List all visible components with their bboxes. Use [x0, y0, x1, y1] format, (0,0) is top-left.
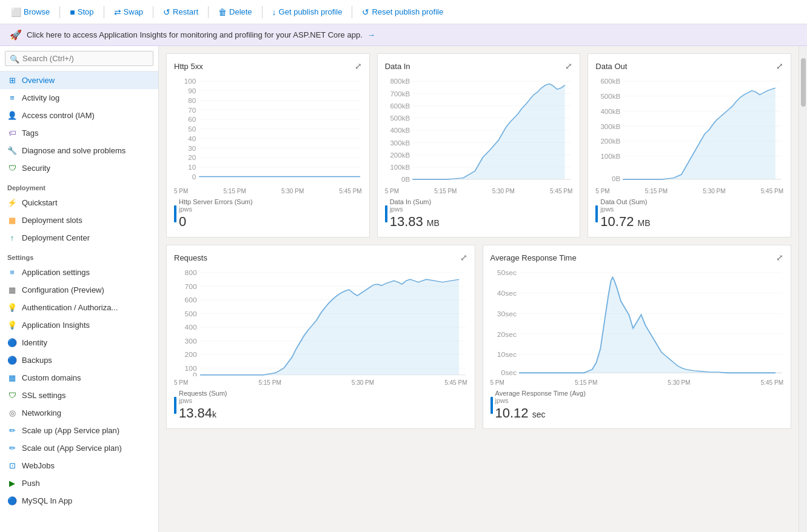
- security-icon: 🛡: [7, 164, 17, 173]
- svg-marker-88: [519, 278, 775, 373]
- deployment-slots-icon: ▦: [7, 216, 17, 225]
- sidebar-item-label: Diagnose and solve problems: [22, 146, 126, 155]
- sidebar-item-deployment-center[interactable]: ↑ Deployment Center: [0, 229, 158, 247]
- svg-text:70: 70: [188, 107, 196, 113]
- sidebar-item-push[interactable]: ▶ Push: [0, 474, 158, 492]
- legend-label: Data In (Sum): [390, 198, 440, 205]
- sidebar-item-security[interactable]: 🛡 Security: [0, 159, 158, 177]
- sidebar-item-overview[interactable]: ⊞ Overview: [0, 71, 158, 89]
- diagnose-icon: 🔧: [7, 146, 17, 155]
- reset-icon: ↺: [362, 7, 369, 17]
- chart-svg-requests: 800 700 600 500 400 300 200 100 0: [174, 267, 467, 376]
- sidebar-item-tags[interactable]: 🏷 Tags: [0, 124, 158, 142]
- sidebar-item-identity[interactable]: 🔵 Identity: [0, 334, 158, 351]
- svg-text:200kB: 200kB: [390, 152, 410, 159]
- sidebar-item-label: WebJobs: [22, 461, 55, 470]
- legend-sub: jpws: [600, 205, 650, 213]
- legend-sub: jpws: [179, 205, 253, 213]
- delete-button[interactable]: 🗑 Delete: [212, 5, 258, 19]
- sidebar-item-label: MySQL In App: [22, 496, 72, 505]
- time-labels: 5 PM5:15 PM5:30 PM5:45 PM: [595, 188, 783, 195]
- svg-text:600: 600: [184, 297, 196, 304]
- chart-requests: Requests ⤢ 800 700 600 500 400 300 200 1…: [166, 245, 475, 429]
- section-header-settings: Settings: [0, 247, 158, 264]
- sidebar-item-auth[interactable]: 💡 Authentication / Authoriza...: [0, 299, 158, 316]
- svg-text:0: 0: [192, 174, 196, 181]
- svg-text:80: 80: [188, 98, 196, 104]
- sidebar-item-label: Activity log: [22, 93, 59, 102]
- rocket-icon: 🚀: [10, 29, 22, 41]
- legend-label: Average Response Time (Avg): [495, 390, 586, 397]
- pin-icon-requests[interactable]: ⤢: [460, 253, 467, 262]
- legend-bar: [174, 397, 176, 414]
- pin-icon-avg-response[interactable]: ⤢: [776, 253, 783, 262]
- sidebar-item-scale-up[interactable]: ✏ Scale up (App Service plan): [0, 422, 158, 439]
- chart-legend: Http Server Errors (Sum) jpws 0: [174, 198, 362, 230]
- insights-banner[interactable]: 🚀 Click here to access Application Insig…: [0, 24, 807, 46]
- svg-text:300: 300: [184, 338, 196, 345]
- chart-data-in: Data In ⤢ 800kB 700kB 600kB 500kB 400kB …: [377, 53, 581, 238]
- sidebar-item-networking[interactable]: ◎ Networking: [0, 404, 158, 422]
- sidebar-item-label: Scale out (App Service plan): [22, 444, 122, 453]
- separator: [352, 6, 352, 18]
- legend-sub: jpws: [179, 397, 227, 404]
- sidebar-item-app-settings[interactable]: ≡ Application settings: [0, 264, 158, 281]
- charts-bottom-row: Requests ⤢ 800 700 600 500 400 300 200 1…: [166, 245, 791, 429]
- browse-button[interactable]: ⬜ Browse: [5, 5, 56, 19]
- download-icon: ↓: [272, 7, 276, 17]
- svg-text:400kB: 400kB: [601, 108, 621, 115]
- svg-text:20sec: 20sec: [497, 331, 517, 338]
- sidebar-item-label: Scale up (App Service plan): [22, 426, 119, 435]
- sidebar-item-ssl[interactable]: 🛡 SSL settings: [0, 387, 158, 404]
- section-header-deployment: Deployment: [0, 177, 158, 194]
- pin-icon-http5xx[interactable]: ⤢: [355, 61, 362, 71]
- legend-label: Http Server Errors (Sum): [179, 198, 253, 205]
- scrollbar-track[interactable]: [799, 46, 807, 532]
- browse-icon: ⬜: [11, 7, 21, 17]
- sidebar-content: ⊞ Overview ≡ Activity log 👤 Access contr…: [0, 71, 158, 532]
- separator: [208, 6, 209, 18]
- sidebar-item-iam[interactable]: 👤 Access control (IAM): [0, 107, 158, 124]
- svg-text:400: 400: [184, 324, 196, 331]
- stop-button[interactable]: ■ Stop: [64, 5, 99, 19]
- legend-label: Requests (Sum): [179, 390, 227, 397]
- pin-icon-data-out[interactable]: ⤢: [776, 61, 783, 71]
- sidebar-item-activity-log[interactable]: ≡ Activity log: [0, 89, 158, 107]
- sidebar-item-backups[interactable]: 🔵 Backups: [0, 351, 158, 369]
- stop-icon: ■: [70, 7, 75, 17]
- configuration-icon: ▦: [7, 285, 17, 294]
- sidebar-item-scale-out[interactable]: ✏ Scale out (App Service plan): [0, 439, 158, 457]
- scale-up-icon: ✏: [7, 426, 17, 435]
- content-area: Http 5xx ⤢ 100 90 80 70 60 50 40 30 20 1…: [159, 46, 799, 532]
- restart-button[interactable]: ↺ Restart: [157, 5, 204, 19]
- sidebar-item-app-insights[interactable]: 💡 Application Insights: [0, 316, 158, 334]
- svg-text:800: 800: [184, 270, 196, 276]
- chart-title-http5xx: Http 5xx: [174, 62, 203, 71]
- scrollbar-thumb[interactable]: [801, 58, 806, 107]
- get-publish-button[interactable]: ↓ Get publish profile: [266, 5, 349, 19]
- sidebar-item-custom-domains[interactable]: ▦ Custom domains: [0, 369, 158, 387]
- sidebar-item-quickstart[interactable]: ⚡ Quickstart: [0, 194, 158, 211]
- svg-text:300kB: 300kB: [390, 139, 410, 146]
- chart-legend: Requests (Sum) jpws 13.84k: [174, 390, 467, 421]
- search-input[interactable]: [5, 51, 153, 66]
- sidebar-search-area: 🔍: [0, 46, 158, 71]
- sidebar-item-deployment-slots[interactable]: ▦ Deployment slots: [0, 211, 158, 229]
- pin-icon-data-in[interactable]: ⤢: [565, 61, 572, 71]
- swap-button[interactable]: ⇄ Swap: [108, 5, 150, 19]
- chart-header: Average Response Time ⤢: [491, 253, 784, 262]
- svg-marker-56: [623, 88, 775, 179]
- sidebar-item-mysql[interactable]: 🔵 MySQL In App: [0, 492, 158, 510]
- chart-svg-data-out: 600kB 500kB 400kB 300kB 200kB 100kB 0B: [595, 76, 783, 185]
- svg-text:20: 20: [188, 155, 196, 161]
- sidebar-item-diagnose[interactable]: 🔧 Diagnose and solve problems: [0, 142, 158, 159]
- time-labels: 5 PM5:15 PM5:30 PM5:45 PM: [174, 379, 467, 386]
- reset-publish-button[interactable]: ↺ Reset publish profile: [356, 5, 449, 19]
- svg-text:700: 700: [184, 284, 196, 290]
- chart-header: Http 5xx ⤢: [174, 61, 362, 71]
- sidebar-item-configuration[interactable]: ▦ Configuration (Preview): [0, 281, 158, 299]
- ssl-icon: 🛡: [7, 391, 17, 400]
- svg-text:10sec: 10sec: [497, 351, 517, 358]
- svg-text:700kB: 700kB: [390, 90, 410, 97]
- sidebar-item-webjobs[interactable]: ⊡ WebJobs: [0, 457, 158, 474]
